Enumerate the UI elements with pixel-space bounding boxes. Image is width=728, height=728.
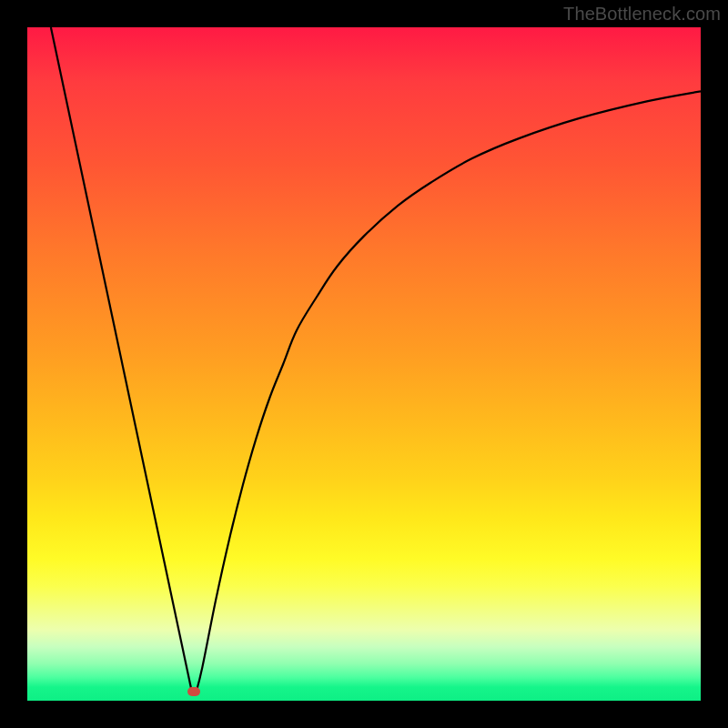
chart-plot-area	[27, 27, 701, 701]
chart-marker-point	[187, 687, 200, 696]
watermark-text: TheBottleneck.com	[563, 4, 721, 25]
chart-curve-svg	[27, 27, 701, 701]
chart-frame: TheBottleneck.com	[0, 0, 728, 728]
chart-right-curve	[196, 91, 701, 693]
chart-left-line	[51, 27, 192, 694]
